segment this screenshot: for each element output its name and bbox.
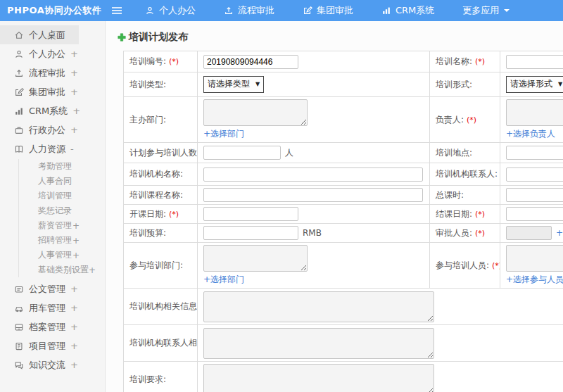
nav-crm-system[interactable]: CRM系统 [381,4,434,17]
archive-icon [14,322,24,332]
nav-personal-office[interactable]: 个人办公 [145,4,196,17]
chat-icon [14,360,24,370]
required-marker: (*) [467,115,476,125]
total-hours-input[interactable] [506,188,563,202]
training-no-input[interactable] [203,55,298,69]
select-join-people-link[interactable]: +选择参与人员 [506,274,563,286]
requirement-textarea[interactable] [203,364,434,392]
project-icon [14,341,24,351]
select-leader-link[interactable]: +选择负责人 [506,128,563,140]
expand-icon: + [70,303,78,313]
requirement-label: 培训要求: [124,362,198,392]
upload-icon [224,6,234,15]
training-type-label: 培训类型: [124,72,198,97]
join-people-label: 参与培训人员:(*) [430,243,500,289]
training-type-select[interactable]: 请选择类型 [203,76,264,93]
user-icon [14,49,24,59]
place-input[interactable] [506,146,563,160]
nav-label: 集团审批 [317,4,353,17]
sidebar-item-personal-desktop[interactable]: 个人桌面 [0,25,79,44]
sidebar-item-project[interactable]: 项目管理 + [0,336,79,355]
leader-label: 负责人:(*) [430,97,500,143]
sidebar-item-workflow-approval[interactable]: 流程审批 + [0,63,79,82]
expand-icon: + [70,360,78,370]
join-dept-label: 参与培训部门: [124,243,198,289]
hamburger-menu-icon[interactable] [111,6,122,15]
nav-group-approval[interactable]: 集团审批 [303,4,353,17]
training-no-label: 培训编号:(*) [124,51,198,72]
sidebar-item-personal-office[interactable]: 个人办公 + [0,44,79,63]
join-people-textarea[interactable] [506,245,563,272]
end-date-input[interactable] [506,207,563,221]
sidebar-subitem-label: 人事管理 [38,249,72,261]
budget-input[interactable] [203,226,298,240]
org-contact-input[interactable] [506,167,563,182]
org-name-input[interactable] [203,167,423,182]
start-date-input[interactable] [203,207,298,221]
sidebar-subitem-personnel[interactable]: 人事管理 + [19,248,80,263]
chart-icon [381,6,391,15]
sidebar-item-label: 集团审批 [29,86,65,99]
training-mode-select[interactable]: 请选择形式 [506,76,563,93]
edit-icon [303,6,312,15]
sidebar-item-label: 个人桌面 [29,29,65,42]
table-row: 开课日期:(*) 结课日期:(*) [124,205,563,224]
select-dept-link[interactable]: +选择部门 [203,128,424,140]
book-icon [14,144,24,154]
select-join-dept-link[interactable]: +选择部门 [203,274,424,286]
sidebar-item-knowledge[interactable]: 知识交流 + [0,355,79,374]
sidebar-subitem-label: 奖惩记录 [38,205,72,217]
table-row: 培训要求: [124,362,563,392]
participant-count-input[interactable] [203,146,281,160]
home-icon [14,30,24,40]
nav-more-apps[interactable]: 更多应用 [462,4,510,17]
expand-icon: + [72,236,80,246]
expand-icon: + [70,284,78,294]
sidebar-hr-submenu: 考勤管理 人事合同 培训管理 奖惩记录 薪资管理 + 招聘管理 + 人事管理 + [18,159,105,277]
sidebar-item-archive[interactable]: 档案管理 + [0,317,79,336]
host-dept-textarea[interactable] [203,99,308,126]
sidebar-subitem-recruit[interactable]: 招聘管理 + [19,233,80,248]
nav-workflow-approval[interactable]: 流程审批 [224,4,274,17]
document-icon [14,284,24,294]
org-info-textarea[interactable] [203,291,434,322]
car-icon [14,303,24,313]
select-approver-link[interactable]: +选择审批人员 [556,228,563,238]
end-date-label: 结课日期:(*) [430,205,500,224]
approver-input[interactable] [506,226,552,240]
main-content: 培训计划发布 培训编号:(*) 培训名称:(*) 培训类型: 请选择类型 培训形… [106,21,563,392]
course-name-input[interactable] [203,188,423,202]
sidebar-subitem-salary[interactable]: 薪资管理 + [19,218,80,233]
approver-label: 审批人员:(*) [430,224,500,243]
join-dept-textarea[interactable] [203,245,308,272]
nav-label: 个人办公 [159,4,196,17]
sidebar-subitem-hr-contract[interactable]: 人事合同 [19,174,80,189]
caret-down-icon [503,8,510,13]
expand-icon: + [72,251,80,260]
sidebar-subitem-reward-punish[interactable]: 奖惩记录 [19,203,80,218]
sidebar-item-admin-office[interactable]: 行政办公 + [0,120,79,139]
user-icon [145,6,155,15]
training-name-input[interactable] [506,55,563,69]
sidebar-item-crm-system[interactable]: CRM系统 + [0,101,79,120]
sidebar-subitem-base-category[interactable]: 基础类别设置 + [19,263,80,277]
table-row: 培训机构名称: 培训机构联系人: [124,163,563,186]
host-dept-label: 主办部门: [124,97,198,143]
org-contact-info-textarea[interactable] [203,328,434,359]
sidebar-item-group-approval[interactable]: 集团审批 + [0,82,79,101]
training-mode-label: 培训形式: [430,72,500,97]
sidebar-item-vehicle[interactable]: 用车管理 + [0,298,79,317]
sidebar-item-official-doc[interactable]: 公文管理 + [0,279,79,298]
sidebar-item-label: 知识交流 [29,359,65,372]
table-row: 培训类型: 请选择类型 培训形式: 请选择形式 [124,72,563,97]
expand-icon: + [89,265,96,275]
sidebar-subitem-label: 基础类别设置 [38,264,89,276]
required-marker: (*) [169,57,179,66]
leader-textarea[interactable] [506,99,563,126]
sidebar-subitem-attendance[interactable]: 考勤管理 [19,159,80,174]
sidebar-item-label: 项目管理 [29,340,65,353]
org-info-label: 培训机构相关信息: [124,289,198,325]
org-name-label: 培训机构名称: [124,163,198,186]
sidebar-item-hr[interactable]: 人力资源 - [0,139,79,158]
sidebar-subitem-training[interactable]: 培训管理 [19,189,80,203]
